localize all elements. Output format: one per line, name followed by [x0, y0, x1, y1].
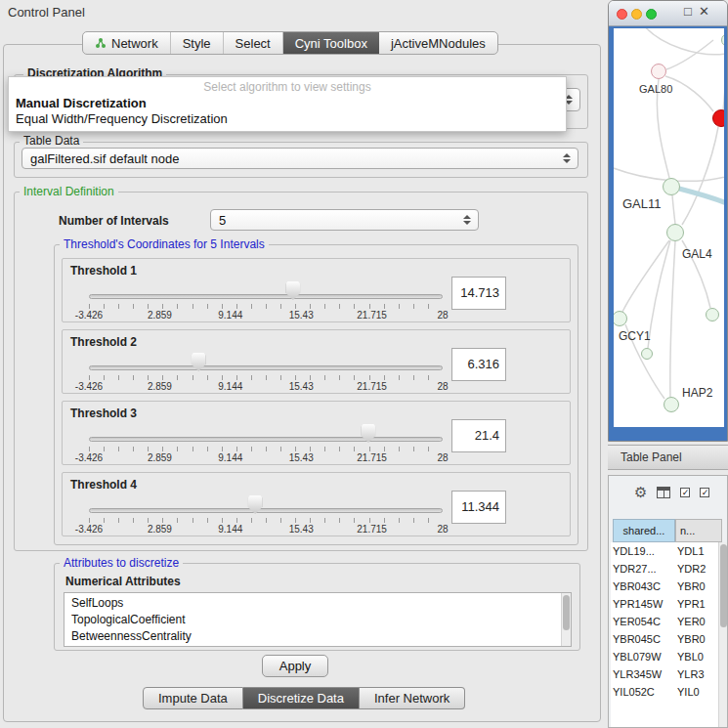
threshold-4-value-field[interactable]: 11.344	[451, 491, 506, 524]
cell-name[interactable]: YDR2	[677, 560, 710, 578]
checkbox-icon[interactable]: ✓	[680, 488, 690, 497]
list-item-betweennesscentrality[interactable]: BetweennessCentrality	[64, 628, 571, 645]
close-panel-button[interactable]: ✕	[699, 4, 709, 19]
tab-style[interactable]: Style	[171, 32, 224, 54]
network-node-gal80[interactable]	[651, 64, 666, 79]
tab-infer-network[interactable]: Infer Network	[360, 687, 465, 709]
table-row[interactable]: YBR043CYBR0	[611, 578, 718, 595]
scale-tick-label: 21.715	[357, 310, 387, 321]
cell-name[interactable]: YLR3	[677, 665, 710, 683]
scrollbar-thumb[interactable]	[563, 595, 570, 630]
scale-tick-label: 21.715	[357, 381, 387, 392]
cell-shared-name[interactable]: YBR045C	[613, 630, 673, 648]
cell-name[interactable]: YDL1	[677, 542, 710, 560]
scale-tick-label: 2.859	[148, 310, 172, 321]
threshold-4-slider[interactable]: -3.426 2.859 9.144 15.43 21.715 28	[89, 502, 443, 535]
dropdown-option-manual-discretization[interactable]: Manual Discretization	[9, 95, 566, 110]
scale-tick-label: 15.43	[289, 524, 314, 535]
slider-scale: -3.426 2.859 9.144 15.43 21.715 28	[89, 524, 443, 535]
threshold-4-label: Threshold 4	[70, 478, 137, 492]
tab-discretize-data[interactable]: Discretize Data	[243, 687, 360, 709]
table-data-combo[interactable]: galFiltered.sif default node	[21, 148, 578, 169]
scale-tick-label: -3.426	[75, 524, 103, 535]
cell-shared-name[interactable]: YLR345W	[613, 665, 673, 683]
column-header-name[interactable]: n...	[675, 519, 722, 542]
cell-shared-name[interactable]: YBR043C	[613, 578, 673, 595]
apply-button[interactable]: Apply	[262, 655, 328, 677]
table-scrollbar[interactable]	[718, 542, 727, 727]
column-header-shared-name[interactable]: shared...	[613, 519, 675, 542]
cell-name[interactable]: YBL0	[677, 648, 710, 665]
cell-shared-name[interactable]: YBL079W	[613, 648, 673, 665]
scrollbar-thumb[interactable]	[720, 544, 727, 627]
table-row[interactable]: YPR145WYPR1	[611, 595, 718, 613]
cell-shared-name[interactable]: YPR145W	[613, 595, 673, 613]
tab-jactivemnodules[interactable]: jActiveMNodules	[379, 32, 497, 54]
threshold-2-value-field[interactable]: 6.316	[451, 348, 506, 381]
network-node-hap2[interactable]	[664, 397, 679, 412]
cell-name[interactable]: YER0	[677, 613, 710, 630]
cell-name[interactable]: YBR0	[677, 630, 710, 648]
interval-definition-legend: Interval Definition	[20, 185, 118, 198]
attributes-scrollbar[interactable]	[561, 593, 571, 646]
zoom-window-button[interactable]	[646, 9, 657, 20]
scale-tick-label: 2.859	[148, 381, 172, 392]
table-data-legend: Table Data	[20, 134, 83, 148]
slider-track[interactable]	[89, 365, 443, 370]
table-row[interactable]: YBR045CYBR0	[611, 630, 718, 648]
table-row[interactable]: YLR345WYLR3	[611, 665, 718, 683]
tab-label: Style	[183, 36, 211, 51]
table-row[interactable]: YDL19...YDL1	[611, 542, 718, 560]
table-row[interactable]: YBL079WYBL0	[611, 648, 718, 665]
cell-name[interactable]: YBR0	[677, 578, 710, 595]
cell-name[interactable]: YIL0	[677, 683, 710, 701]
scale-tick-label: 15.43	[289, 310, 314, 321]
threshold-1-value-field[interactable]: 14.713	[451, 277, 506, 310]
list-item-selfloops[interactable]: SelfLoops	[64, 595, 571, 612]
dropdown-option-equal-width[interactable]: Equal Width/Frequency Discretization	[9, 110, 566, 126]
slider-track[interactable]	[89, 508, 443, 513]
network-node[interactable]	[706, 308, 719, 321]
close-window-button[interactable]	[617, 9, 627, 20]
cell-shared-name[interactable]: YDR27...	[613, 560, 673, 578]
threshold-4-box: Threshold 4 -3.426 2.859 9.144 15.43 21.…	[62, 472, 571, 536]
tab-label: Network	[111, 36, 158, 51]
cell-shared-name[interactable]: YER054C	[613, 613, 673, 630]
threshold-2-slider[interactable]: -3.426 2.859 9.144 15.43 21.715 28	[89, 360, 443, 393]
columns-icon[interactable]	[657, 487, 670, 498]
table-rows: YDL19...YDL1 YDR27...YDR2 YBR043CYBR0 YP…	[611, 542, 718, 727]
checkbox-icon[interactable]: ✓	[700, 488, 709, 497]
list-item-topologicalcoefficient[interactable]: TopologicalCoefficient	[64, 612, 571, 628]
network-window: GAL80 GAL11 GAL4 GCY1 HAP2	[608, 0, 728, 442]
threshold-3-value-field[interactable]: 21.4	[451, 419, 506, 452]
slider-track[interactable]	[89, 437, 443, 442]
table-row[interactable]: YER054CYER0	[611, 613, 718, 630]
tab-impute-data[interactable]: Impute Data	[143, 687, 243, 709]
network-node-gal4[interactable]	[666, 224, 684, 241]
threshold-1-slider[interactable]: -3.426 2.859 9.144 15.43 21.715 28	[89, 288, 443, 321]
network-canvas[interactable]: GAL80 GAL11 GAL4 GCY1 HAP2	[614, 28, 724, 427]
cell-shared-name[interactable]: YDL19...	[613, 542, 673, 560]
num-intervals-combo[interactable]: 5	[210, 209, 479, 231]
threshold-3-slider[interactable]: -3.426 2.859 9.144 15.43 21.715 28	[89, 431, 443, 464]
network-node[interactable]	[641, 348, 653, 360]
control-panel-tabs: Network Style Select Cyni Toolbox jActiv…	[82, 31, 498, 55]
table-row[interactable]: YDR27...YDR2	[611, 560, 718, 578]
minimize-window-button[interactable]	[631, 9, 642, 20]
network-node-gal11[interactable]	[663, 178, 680, 195]
cytoscape-window: Control Panel □ ✕ Network Style Select C…	[0, 0, 728, 728]
tab-network[interactable]: Network	[83, 32, 171, 54]
gear-icon[interactable]: ⚙	[634, 485, 647, 500]
float-panel-button[interactable]: □	[684, 4, 692, 19]
table-row[interactable]: YIL052CYIL0	[611, 683, 718, 701]
scale-tick-label: -3.426	[75, 452, 103, 463]
slider-track[interactable]	[89, 294, 443, 299]
cell-shared-name[interactable]: YIL052C	[613, 683, 673, 701]
tab-cyni-toolbox[interactable]: Cyni Toolbox	[283, 32, 379, 54]
scale-tick-label: 21.715	[357, 452, 387, 463]
cyni-bottom-tabs: Impute Data Discretize Data Infer Networ…	[143, 687, 465, 709]
network-node-selected-red[interactable]	[712, 109, 724, 127]
cell-name[interactable]: YPR1	[677, 595, 710, 613]
tab-select[interactable]: Select	[224, 32, 283, 54]
attributes-list: SelfLoops TopologicalCoefficient Between…	[64, 592, 572, 647]
